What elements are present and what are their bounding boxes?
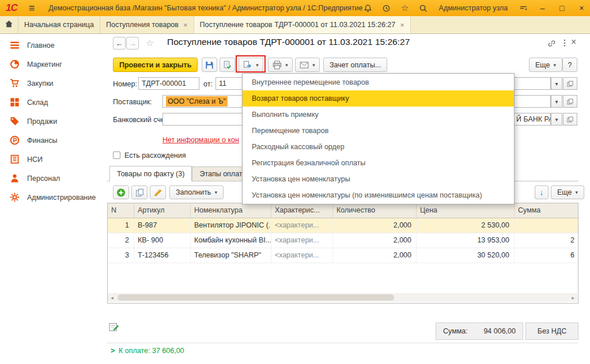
horizontal-scrollbar[interactable]: ◂ ▸: [108, 293, 577, 302]
chevron-down-icon: ▾: [285, 62, 288, 68]
tab-goods-receipts-list[interactable]: Поступления товаров ×: [100, 16, 194, 33]
get-link-icon[interactable]: [547, 39, 556, 50]
forward-arrow-icon: →: [129, 39, 137, 48]
scrollbar-thumb[interactable]: [118, 294, 394, 301]
column-header[interactable]: Сумма: [515, 203, 578, 218]
sidebar-item-sales[interactable]: Продажи: [0, 112, 107, 131]
post-button[interactable]: [220, 58, 235, 72]
favorites-star-icon[interactable]: ☆: [400, 3, 410, 13]
menu-item-perform-acceptance[interactable]: Выполнить приемку: [243, 107, 514, 123]
tab-close-icon[interactable]: ×: [400, 21, 404, 29]
column-header[interactable]: Характерис...: [271, 203, 333, 218]
no-contract-info-link[interactable]: Нет информации о кон: [162, 136, 242, 144]
home-tab[interactable]: [0, 16, 18, 33]
sidebar-item-warehouse[interactable]: Склад: [0, 93, 107, 112]
sidebar-item-marketing[interactable]: Маркетинг: [0, 55, 107, 74]
menu-item-return-to-supplier[interactable]: Возврат товаров поставщику: [243, 90, 514, 107]
sidebar-item-label: Склад: [27, 98, 48, 107]
open-button[interactable]: [563, 95, 577, 108]
tab-goods-receipt-document[interactable]: Поступление товаров ТДРТ-000001 от 11.03…: [194, 16, 411, 33]
table-row[interactable]: 1 В-987 Вентилятор JIPONIC (... <характе…: [108, 218, 578, 233]
discrepancies-checkbox[interactable]: [113, 151, 120, 159]
cell-price: 2 530,00: [417, 218, 515, 233]
choose-dropdown-button[interactable]: ▾: [551, 77, 562, 90]
payable-link[interactable]: К оплате: 37 606,00: [119, 347, 184, 355]
choose-dropdown-button[interactable]: ▾: [551, 95, 562, 108]
supplier-field[interactable]: ООО "Слеза и Ъ": [162, 95, 250, 108]
table-row[interactable]: 2 КВ- 900 Комбайн кухонный BI... <характ…: [108, 233, 578, 248]
sidebar-item-label: Продажи: [27, 117, 57, 126]
create-based-on-menu: Внутреннее перемещение товаров Возврат т…: [242, 73, 515, 204]
tab-close-icon[interactable]: ×: [183, 21, 188, 29]
cell-quantity: 2,000: [333, 218, 417, 233]
table-more-button[interactable]: Еще ▾: [551, 185, 584, 199]
cell-sum: 2: [515, 233, 578, 248]
number-field[interactable]: ТДРТ-000001: [138, 77, 199, 90]
forward-button[interactable]: →: [126, 37, 139, 50]
post-and-close-button[interactable]: Провести и закрыть: [113, 58, 198, 72]
back-button[interactable]: ←: [113, 37, 126, 50]
cell-n: 3: [108, 248, 134, 263]
column-header[interactable]: Количество: [333, 203, 417, 218]
titlebar-actions: ☆ Администратор узла – □ ×: [363, 3, 590, 13]
chevron-down-icon: ▾: [575, 189, 578, 195]
close-window-button[interactable]: ×: [576, 3, 587, 13]
column-header[interactable]: Артикул: [134, 203, 191, 218]
sidebar-item-nsi[interactable]: НСИ: [0, 150, 107, 169]
collapse-panels-icon[interactable]: [518, 3, 528, 13]
fill-label: Заполнить: [176, 188, 211, 196]
close-document-icon[interactable]: ×: [571, 37, 576, 47]
kebab-menu-icon[interactable]: ⋮: [561, 38, 569, 47]
menu-item-set-item-prices[interactable]: Установка цен номенклатуры: [243, 171, 514, 187]
choose-dropdown-button[interactable]: ▾: [551, 113, 562, 126]
menu-item-cash-outflow-order[interactable]: Расходный кассовый ордер: [243, 139, 514, 155]
menu-item-set-item-prices-by-changed[interactable]: Установка цен номенклатуры (по изменивши…: [243, 187, 514, 203]
annotation-highlight-box: [236, 55, 266, 73]
search-icon[interactable]: [418, 3, 429, 13]
tab-goods-by-fact[interactable]: Товары по факту (3): [109, 166, 192, 181]
sum-value: 94 006,00: [483, 327, 516, 335]
column-header[interactable]: Цена: [417, 203, 515, 218]
sidebar-item-main[interactable]: Главное: [0, 36, 107, 55]
help-button[interactable]: ?: [562, 58, 577, 72]
scroll-right-icon[interactable]: ▸: [569, 295, 577, 301]
scrollbar-track[interactable]: [116, 293, 569, 302]
minimize-button[interactable]: –: [536, 3, 548, 13]
hamburger-menu-icon[interactable]: ≡: [29, 2, 35, 14]
column-header[interactable]: Номенклатура: [191, 203, 271, 218]
sidebar-item-finance[interactable]: Финансы: [0, 131, 107, 150]
tab-label: Начальная страница: [24, 21, 94, 29]
tab-start-page[interactable]: Начальная страница: [18, 16, 100, 33]
favorite-star-icon[interactable]: ☆: [146, 37, 154, 48]
payment-offset-button[interactable]: Зачет оплаты...: [323, 58, 387, 72]
cell-nomenclature: Вентилятор JIPONIC (...: [191, 218, 271, 233]
open-button[interactable]: [563, 77, 577, 90]
menu-item-goods-transfer[interactable]: Перемещение товаров: [243, 123, 514, 139]
menu-item-cashless-payment-registration[interactable]: Регистрация безналичной оплаты: [243, 155, 514, 171]
table-row[interactable]: 3 Т-123456 Телевизор "SHARP" <характери.…: [108, 248, 578, 263]
column-header[interactable]: N: [108, 203, 134, 218]
copy-row-button[interactable]: [131, 185, 148, 199]
open-button[interactable]: [563, 113, 577, 126]
pencil-icon: [154, 188, 162, 197]
maximize-button[interactable]: □: [556, 3, 568, 13]
scroll-left-icon[interactable]: ◂: [108, 295, 116, 301]
send-button[interactable]: ▾: [295, 58, 320, 72]
cell-article: Т-123456: [134, 248, 191, 263]
document-title: Поступление товаров ТДРТ-000001 от 11.03…: [167, 37, 410, 47]
comment-compose-icon[interactable]: [109, 322, 120, 333]
sidebar-item-administration[interactable]: Администрирование: [0, 188, 107, 207]
bank-account-field[interactable]: [162, 113, 250, 126]
print-button[interactable]: ▾: [268, 58, 293, 72]
add-row-button[interactable]: [113, 185, 129, 199]
notifications-bell-icon[interactable]: [363, 3, 373, 13]
menu-item-internal-transfer[interactable]: Внутреннее перемещение товаров: [243, 74, 514, 90]
save-button[interactable]: [202, 58, 217, 72]
edit-row-button[interactable]: [150, 185, 166, 199]
sidebar-item-purchases[interactable]: Закупки: [0, 74, 107, 93]
history-icon[interactable]: [381, 3, 392, 13]
move-row-down-button[interactable]: ↓: [535, 185, 549, 199]
more-button[interactable]: Еще ▾: [529, 58, 562, 72]
fill-button[interactable]: Заполнить ▾: [169, 185, 224, 199]
sidebar-item-personnel[interactable]: Персонал: [0, 169, 107, 188]
